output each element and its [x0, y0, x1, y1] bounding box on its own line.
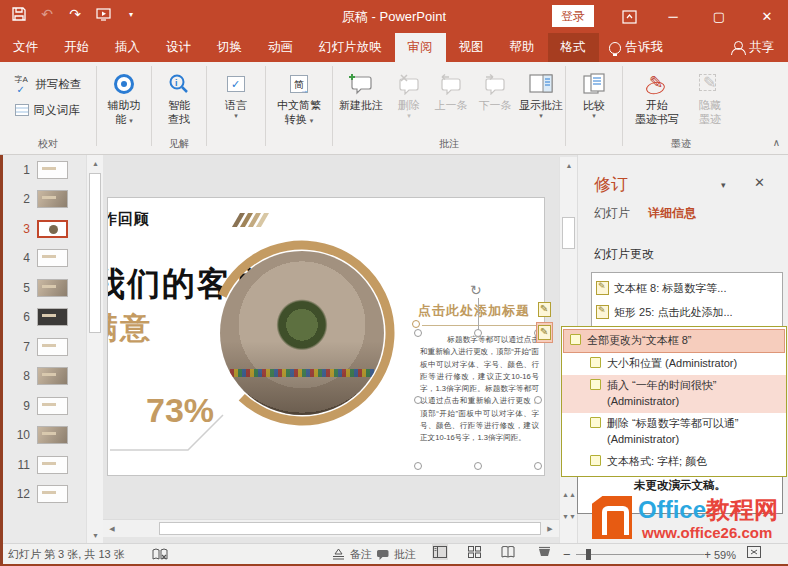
tab-home[interactable]: 开始 [51, 33, 102, 62]
rotate-handle-icon[interactable]: ↻ [470, 282, 482, 298]
slide-thumbnail-9[interactable]: 9 [0, 391, 86, 421]
collapse-ribbon-icon[interactable]: ∧ [773, 137, 780, 148]
tab-slideshow[interactable]: 幻灯片放映 [306, 33, 395, 62]
pane-menu-icon[interactable]: ▾ [721, 180, 726, 190]
sign-in-button[interactable]: 登录 [552, 5, 594, 27]
scrollbar-thumb[interactable] [159, 522, 541, 535]
revision-option-text-format[interactable]: 文本格式: 字样; 颜色 [562, 451, 786, 473]
scroll-up-icon[interactable]: ▲ [560, 157, 578, 173]
tab-help[interactable]: 帮助 [497, 33, 548, 62]
selection-handle[interactable] [474, 462, 482, 470]
tab-view[interactable]: 视图 [446, 33, 497, 62]
maximize-button[interactable]: ▢ [702, 0, 736, 33]
revision-marker-icon[interactable] [536, 299, 553, 320]
spell-check-button[interactable]: 字A✓ 拼写检查 [15, 73, 82, 95]
slide-thumbnail-8[interactable]: 8 [0, 362, 86, 392]
selection-handle[interactable] [414, 329, 422, 337]
change-item-rect25[interactable]: 矩形 25: 点击此处添加... [596, 300, 778, 324]
checkbox-icon[interactable] [570, 334, 581, 345]
zoom-slider-thumb[interactable] [586, 549, 591, 560]
thumbnail-scrollbar[interactable]: ▲ ▼ [86, 155, 103, 543]
zoom-out-button[interactable]: − [563, 544, 571, 565]
proofing-status-icon[interactable] [152, 544, 168, 565]
slide-thumbnail-5[interactable]: 5 [0, 273, 86, 303]
thesaurus-button[interactable]: 同义词库 [15, 99, 82, 121]
scroll-right-icon[interactable]: ▶ [542, 521, 558, 537]
slide-thumbnail-3-selected[interactable]: 3 [0, 214, 86, 244]
checkbox-icon[interactable] [590, 357, 601, 368]
slide-thumbnail-10[interactable]: 10 [0, 421, 86, 451]
revision-option-size-position[interactable]: 大小和位置 (Administrator) [562, 353, 786, 375]
group-accessibility: 辅助功 能 ▾ [97, 62, 151, 154]
slide-thumbnail-1[interactable]: 1 [0, 155, 86, 185]
close-button[interactable]: ✕ [750, 0, 784, 33]
accessibility-button[interactable]: 辅助功 能 ▾ [98, 67, 150, 154]
edit-note-icon [596, 305, 609, 319]
tab-animations[interactable]: 动画 [255, 33, 306, 62]
ribbon-display-options-icon[interactable] [612, 0, 646, 33]
zoom-in-button[interactable]: + [704, 544, 711, 565]
slide-canvas[interactable]: 作回顾 我们的客户 满意 73% 点击此处添加标题 ↻ 标题数字等都可以通过点击… [107, 197, 545, 476]
revision-option-delete[interactable]: 删除 “标题数字等都可以通” (Administrator) [562, 413, 786, 451]
tab-file[interactable]: 文件 [0, 33, 51, 62]
ribbon: 字A✓ 拼写检查 同义词库 校对 辅助功 能 ▾ i [0, 62, 788, 155]
slide-thumbnail-12[interactable]: 12 [0, 480, 86, 510]
selection-handle[interactable] [414, 396, 422, 404]
selection-handle[interactable] [534, 462, 542, 470]
scroll-left-icon[interactable]: ◀ [104, 521, 120, 537]
slide-thumbnail-2[interactable]: 2 [0, 185, 86, 215]
chinese-conversion-button[interactable]: 简 中文简繁 转换 ▾ [273, 67, 325, 154]
language-button[interactable]: 语言 ▾ [210, 67, 262, 154]
slide-sorter-view-button[interactable] [466, 544, 482, 560]
change-item-textbox8[interactable]: 文本框 8: 标题数字等... [596, 276, 778, 300]
minimize-button[interactable]: ─ [656, 0, 690, 33]
tab-design[interactable]: 设计 [153, 33, 204, 62]
slide-thumbnail-7[interactable]: 7 [0, 332, 86, 362]
tab-insert[interactable]: 插入 [102, 33, 153, 62]
compare-button[interactable]: 比较 ▾ [568, 67, 620, 154]
pane-close-icon[interactable]: ✕ [754, 175, 765, 190]
selection-handle[interactable] [534, 396, 542, 404]
notes-button[interactable]: 备注 [330, 544, 372, 565]
selection-handle[interactable] [414, 462, 422, 470]
scrollbar-thumb[interactable] [89, 173, 101, 333]
notes-label: 备注 [350, 547, 372, 562]
thesaurus-label: 同义词库 [34, 103, 80, 118]
comments-button[interactable]: 批注 [374, 544, 416, 565]
slide-thumbnail-4[interactable]: 4 [0, 244, 86, 274]
scrollbar-thumb[interactable] [562, 217, 575, 249]
powerpoint-window: ↶ ↷ ▾ 原稿 - PowerPoint 登录 ─ ▢ ✕ 文件 开始 插入 … [0, 0, 788, 566]
slide-thumbnail-11[interactable]: 11 [0, 450, 86, 480]
next-slide-button[interactable]: ▼▼ [560, 509, 578, 525]
thumbnail-image [37, 161, 68, 179]
tab-format[interactable]: 格式 [548, 33, 599, 62]
slideshow-view-button[interactable] [536, 544, 552, 560]
zoom-level[interactable]: 59% [714, 544, 736, 565]
revision-marker-icon-active[interactable] [536, 322, 553, 343]
scroll-down-icon[interactable]: ▼ [87, 527, 104, 543]
share-button[interactable]: 共享 [723, 33, 782, 62]
tab-details[interactable]: 详细信息 [648, 205, 696, 222]
revision-option-all[interactable]: 全部更改为“文本框 8” [563, 329, 785, 353]
previous-slide-button[interactable]: ▲▲ [560, 487, 578, 503]
zoom-slider[interactable] [576, 554, 704, 555]
status-bar: 幻灯片 第 3 张, 共 13 张 备注 批注 − [0, 543, 788, 564]
fit-to-window-button[interactable] [746, 544, 762, 560]
tab-slides[interactable]: 幻灯片 [594, 205, 630, 222]
normal-view-button[interactable] [432, 544, 448, 560]
selection-handle[interactable] [474, 329, 482, 337]
tab-transitions[interactable]: 切换 [204, 33, 255, 62]
revision-option-insert[interactable]: 插入 “一年的时间很快” (Administrator) [562, 375, 786, 413]
checkbox-icon[interactable] [590, 379, 601, 390]
reading-view-button[interactable] [500, 544, 516, 560]
tell-me-box[interactable]: 告诉我 [599, 33, 674, 62]
selected-text-box[interactable]: 标题数字等都可以通过点击和重新输入进行更改，顶部“开始”面板中可以对字体、字号、… [420, 334, 539, 445]
checkbox-icon[interactable] [590, 417, 601, 428]
placeholder-title[interactable]: 点击此处添加标题 [418, 302, 530, 320]
chinese-conversion-label: 中文简繁 [277, 98, 321, 112]
scroll-up-icon[interactable]: ▲ [87, 155, 104, 171]
checkbox-icon[interactable] [590, 455, 601, 466]
slide-thumbnail-6[interactable]: 6 [0, 303, 86, 333]
horizontal-scrollbar[interactable]: ◀ ▶ [103, 519, 559, 537]
tab-review[interactable]: 审阅 [395, 33, 446, 62]
